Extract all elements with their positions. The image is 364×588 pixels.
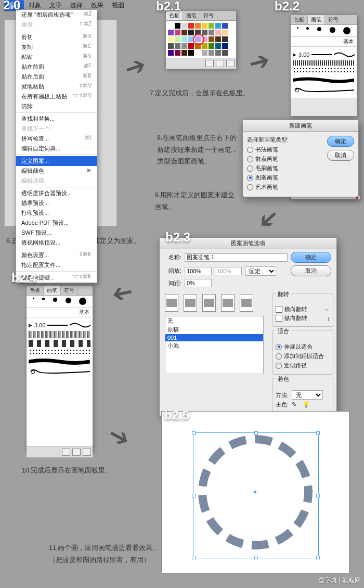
tab-符号[interactable]: 符号: [325, 15, 342, 24]
menu-item[interactable]: 还原 "图层面板选项"⌘Z: [16, 10, 97, 20]
menu-item[interactable]: 打印预设...: [16, 208, 97, 218]
list-item[interactable]: 小池: [165, 341, 263, 350]
swatch[interactable]: [209, 43, 214, 49]
swatch[interactable]: [195, 50, 201, 56]
handle-tr[interactable]: [316, 431, 320, 435]
menu-item[interactable]: 贴在后面⌘B: [16, 72, 97, 82]
swatch[interactable]: [215, 43, 221, 49]
tab-符号[interactable]: 符号: [200, 11, 217, 20]
menu-item[interactable]: 描摹预设...: [16, 198, 97, 208]
brush-sample-new-pattern[interactable]: [29, 331, 90, 338]
brush-lib-icon-2[interactable]: [62, 449, 70, 456]
menu-item[interactable]: 拼写检查...⌘I: [16, 134, 97, 144]
menu-item[interactable]: 颜色设置...⇧⌘K: [16, 250, 97, 260]
swatch-new-icon[interactable]: [216, 60, 224, 67]
swatch[interactable]: [168, 36, 174, 42]
swatch[interactable]: [181, 36, 187, 42]
swatch[interactable]: [209, 36, 214, 42]
tab-画笔[interactable]: 画笔: [44, 286, 61, 295]
menu-item[interactable]: 透明度拼合器预设...: [16, 188, 97, 198]
menu-item[interactable]: 就地粘贴⇧⌘V: [16, 82, 97, 92]
brush-sample-dots-2[interactable]: [29, 349, 90, 356]
swatch[interactable]: [175, 50, 180, 56]
menu-item[interactable]: 透视网格预设...: [16, 238, 97, 248]
pbo-name-input[interactable]: [185, 253, 288, 262]
swatch[interactable]: [209, 50, 214, 56]
brush-trash-icon-2[interactable]: [83, 449, 91, 456]
menu-item[interactable]: 查找和替换...: [16, 114, 97, 124]
brush-sample-pattern2[interactable]: [293, 67, 355, 74]
radio-fit[interactable]: 近似路径: [276, 362, 330, 369]
pbo-tile-side[interactable]: [165, 294, 178, 312]
swatch[interactable]: [222, 50, 228, 56]
pbo-tile-start[interactable]: [221, 294, 235, 312]
swatch[interactable]: [209, 23, 214, 29]
tab-画笔[interactable]: 画笔: [183, 11, 200, 20]
pbo-tile-end[interactable]: [240, 294, 253, 312]
pbo-flip-h[interactable]: 横向翻转↔: [276, 305, 330, 313]
radio-图案画笔[interactable]: 图案画笔: [247, 174, 322, 182]
pbo-flip-v[interactable]: 纵向翻转↕: [276, 314, 330, 322]
eyedropper-icon[interactable]: ✎: [292, 401, 296, 408]
tab-符号[interactable]: 符号: [61, 286, 78, 295]
pbo-tile-inner[interactable]: [202, 294, 216, 312]
swatch[interactable]: [209, 30, 214, 35]
handle-ml[interactable]: [192, 494, 196, 497]
brush-sample-blocks[interactable]: [29, 340, 90, 347]
swatch-folder-icon[interactable]: [205, 60, 214, 67]
pbo-scale-mode[interactable]: 固定: [245, 266, 276, 276]
radio-毛刷画笔[interactable]: 毛刷画笔: [247, 164, 322, 172]
swatch[interactable]: [215, 50, 221, 56]
menu-item[interactable]: 粘贴⌘V: [16, 52, 97, 62]
swatch[interactable]: [188, 23, 194, 29]
swatch[interactable]: [215, 30, 221, 35]
menu-item[interactable]: 清除: [16, 101, 97, 111]
swatch[interactable]: [202, 23, 207, 29]
radio-书法画笔[interactable]: 书法画笔: [247, 146, 322, 154]
swatch[interactable]: [175, 36, 180, 42]
list-item[interactable]: 原稿: [165, 325, 263, 334]
swatch[interactable]: [168, 50, 174, 56]
swatch[interactable]: [222, 30, 228, 35]
menu-视图[interactable]: 视图: [108, 0, 128, 11]
pbo-gap-input[interactable]: [185, 279, 212, 287]
handle-br[interactable]: [316, 556, 320, 559]
list-item[interactable]: 001: [165, 334, 263, 341]
brush-new-icon-2[interactable]: [72, 449, 81, 456]
menu-item[interactable]: 在所有画板上粘贴⌥⇧⌘V: [16, 92, 97, 101]
swatch[interactable]: [215, 23, 221, 29]
radio-fit[interactable]: 添加间距以适合: [276, 352, 330, 360]
pbo-method-select[interactable]: 无: [292, 390, 323, 400]
menu-item[interactable]: 贴在前面⌘F: [16, 62, 97, 72]
brush-sample-pattern1[interactable]: [293, 60, 355, 66]
handle-mr[interactable]: [316, 494, 320, 497]
pbo-ok[interactable]: 确定: [291, 252, 331, 263]
pbo-tile-outer[interactable]: [184, 294, 197, 312]
tip-icon[interactable]: 💡: [303, 401, 310, 408]
pbo-scale-input[interactable]: [185, 267, 212, 275]
swatch[interactable]: [181, 43, 187, 49]
new-brush-ok[interactable]: 确定: [327, 136, 354, 147]
handle-bc[interactable]: [254, 556, 258, 559]
swatch[interactable]: [188, 50, 194, 56]
menu-item[interactable]: 指定配置文件...: [16, 260, 97, 270]
menu-item[interactable]: 复制⌘C: [16, 42, 97, 52]
list-item[interactable]: 无: [165, 316, 263, 325]
brush-sample-line[interactable]: ▶3.00: [293, 50, 355, 59]
brush-sample-scroll[interactable]: [293, 86, 355, 94]
pbo-pattern-list[interactable]: 无原稿001小池: [165, 316, 264, 374]
handle-bl[interactable]: [192, 556, 196, 559]
swatch[interactable]: [168, 23, 174, 29]
menu-item[interactable]: 编辑自定词典...: [16, 144, 97, 154]
brush-sample-charcoal-2[interactable]: [29, 357, 90, 366]
menu-item[interactable]: 编辑颜色▶: [16, 166, 97, 176]
swatch[interactable]: [168, 30, 174, 35]
brush-sample-scroll-2[interactable]: [29, 367, 90, 376]
radio-艺术画笔[interactable]: 艺术画笔: [247, 183, 322, 191]
swatch[interactable]: [181, 50, 187, 56]
handle-tc[interactable]: [254, 431, 258, 435]
pbo-scale2-input[interactable]: [215, 267, 242, 275]
menu-item[interactable]: SWF 预设...: [16, 228, 97, 238]
swatch[interactable]: [222, 43, 228, 49]
swatch[interactable]: [181, 23, 187, 29]
